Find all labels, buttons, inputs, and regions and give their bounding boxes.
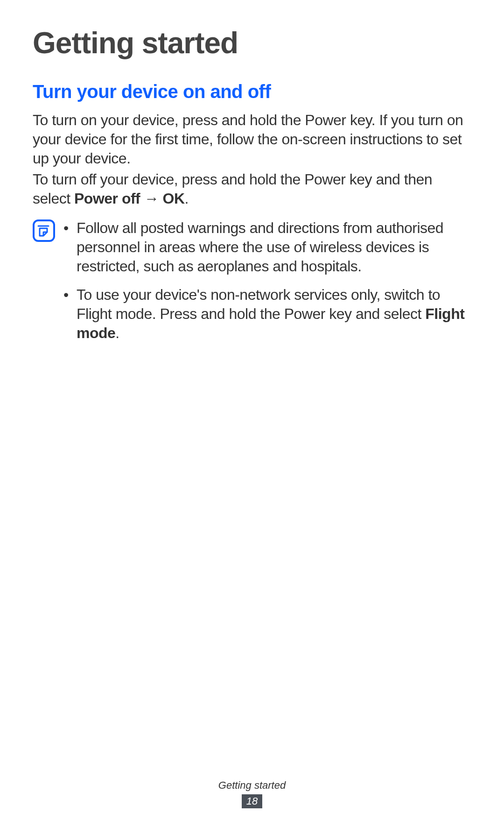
page-footer: Getting started 18: [0, 779, 504, 808]
svg-rect-0: [34, 220, 54, 241]
note-block: Follow all posted warnings and direction…: [33, 219, 471, 352]
note-icon: [33, 219, 55, 242]
para2-post: .: [185, 190, 189, 207]
note-list-item: To use your device's non-network service…: [63, 285, 471, 343]
section-heading-turn-on-off: Turn your device on and off: [33, 81, 471, 102]
body-paragraph: To turn off your device, press and hold …: [33, 170, 471, 208]
note-list: Follow all posted warnings and direction…: [63, 219, 471, 352]
para2-bold-ok: OK: [163, 190, 185, 207]
footer-page-number: 18: [242, 794, 262, 808]
para2-arrow: →: [140, 190, 162, 207]
note-item2-post: .: [115, 325, 119, 341]
para2-bold-poweroff: Power off: [74, 190, 140, 207]
footer-section-title: Getting started: [0, 779, 504, 792]
body-paragraph: To turn on your device, press and hold t…: [33, 111, 471, 168]
note-list-item: Follow all posted warnings and direction…: [63, 219, 471, 276]
page-title: Getting started: [33, 26, 471, 60]
note-item2-pre: To use your device's non-network service…: [77, 286, 440, 322]
